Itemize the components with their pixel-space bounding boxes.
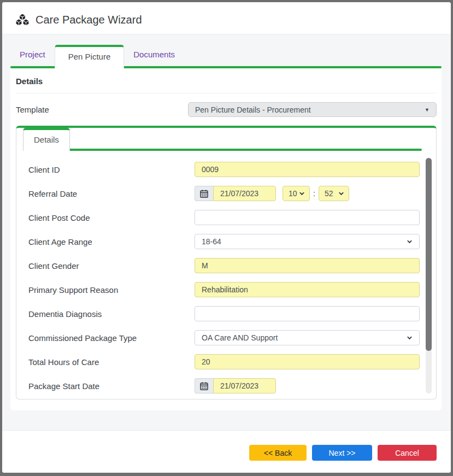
details-card: Details Template Pen Picture Details - P… — [10, 68, 442, 410]
client-age-range-select[interactable]: 18-64 — [195, 234, 420, 249]
form-row-package-start-date: Package Start Date — [16, 374, 436, 398]
form-row-total-hours-of-care: Total Hours of Care — [16, 350, 436, 374]
field-label: Dementia Diagnosis — [28, 309, 195, 319]
form-row-client-gender: Client Gender — [16, 254, 436, 278]
field-label: Total Hours of Care — [28, 357, 195, 367]
calendar-icon — [200, 190, 208, 198]
form-row-client-age-range: Client Age Range 18-64 — [16, 230, 436, 254]
field-label: Client ID — [28, 165, 195, 174]
form-row-primary-support-reason: Primary Support Reason — [16, 278, 436, 302]
client-gender-input[interactable] — [195, 258, 420, 273]
field-label: Primary Support Reason — [28, 285, 195, 295]
app-header: Care Package Wizard — [2, 2, 451, 34]
form-row-referral-date: Referral Date — [16, 181, 436, 205]
select-value: 10 — [289, 189, 297, 198]
pen-picture-panel: Details Client ID Referral Date — [16, 126, 437, 399]
chevron-down-icon — [407, 335, 413, 341]
tab-pen-picture[interactable]: Pen Picture — [55, 45, 125, 68]
care-package-wizard-window: Care Package Wizard Project Pen Picture … — [2, 2, 451, 473]
content-zone: Project Pen Picture Documents Details Te… — [2, 34, 451, 430]
form-row-commissioned-package-type: Commissioned Package Type OA Care AND Su… — [16, 326, 436, 350]
referral-date-calendar-button[interactable] — [195, 186, 213, 201]
form-row-client-post-code: Client Post Code — [16, 205, 436, 230]
cubes-icon — [15, 13, 30, 26]
primary-support-reason-input[interactable] — [195, 282, 420, 297]
pen-picture-form: Client ID Referral Date — [16, 151, 436, 398]
field-label: Referral Date — [28, 189, 195, 198]
package-start-date-input[interactable] — [213, 378, 276, 393]
field-label: Client Age Range — [28, 237, 195, 246]
select-value: 52 — [325, 189, 333, 198]
panel-tab-details[interactable]: Details — [23, 128, 70, 151]
tab-documents[interactable]: Documents — [124, 44, 184, 66]
panel-tab-divider — [23, 149, 422, 151]
referral-hour-select[interactable]: 10 — [283, 186, 310, 201]
caret-down-icon: ▼ — [425, 107, 430, 113]
template-select-value: Pen Picture Details - Procurement — [195, 105, 311, 114]
field-label: Commissioned Package Type — [28, 333, 195, 343]
chevron-down-icon — [338, 191, 344, 197]
back-button[interactable]: << Back — [249, 445, 307, 461]
form-row-dementia-diagnosis: Dementia Diagnosis — [16, 302, 436, 326]
select-value: OA Care AND Support — [202, 333, 278, 342]
chevron-down-icon — [299, 191, 305, 197]
template-select[interactable]: Pen Picture Details - Procurement ▼ — [188, 102, 437, 117]
field-label: Package Start Date — [28, 381, 195, 391]
dementia-diagnosis-input[interactable] — [195, 306, 420, 321]
wizard-footer: << Back Next >> Cancel — [2, 430, 451, 473]
time-separator: : — [313, 189, 315, 198]
field-label: Client Gender — [28, 261, 195, 271]
next-button[interactable]: Next >> — [312, 445, 372, 461]
chevron-down-icon — [407, 239, 413, 245]
referral-date-input[interactable] — [213, 186, 276, 201]
cancel-button[interactable]: Cancel — [378, 445, 437, 461]
field-label: Client Post Code — [28, 213, 195, 222]
referral-date-group: 10 : 52 — [195, 186, 349, 201]
template-label: Template — [16, 105, 49, 114]
calendar-icon — [200, 382, 208, 390]
client-id-input[interactable] — [195, 162, 420, 177]
commissioned-package-type-select[interactable]: OA Care AND Support — [195, 330, 420, 345]
template-row: Template Pen Picture Details - Procureme… — [16, 93, 437, 126]
page-title: Care Package Wizard — [36, 14, 142, 26]
select-value: 18-64 — [202, 237, 221, 246]
package-start-date-calendar-button[interactable] — [195, 378, 213, 393]
referral-minute-select[interactable]: 52 — [319, 186, 349, 201]
form-row-client-id: Client ID — [16, 157, 436, 181]
panel-tabs: Details — [16, 128, 436, 149]
package-start-date-group — [195, 378, 276, 393]
total-hours-of-care-input[interactable] — [195, 354, 420, 369]
wizard-tabs: Project Pen Picture Documents — [10, 44, 442, 66]
form-scrollbar-track[interactable] — [426, 158, 432, 393]
section-heading: Details — [16, 68, 437, 93]
client-post-code-input[interactable] — [195, 210, 420, 225]
tab-project[interactable]: Project — [10, 44, 55, 66]
form-scrollbar-thumb[interactable] — [426, 158, 432, 351]
